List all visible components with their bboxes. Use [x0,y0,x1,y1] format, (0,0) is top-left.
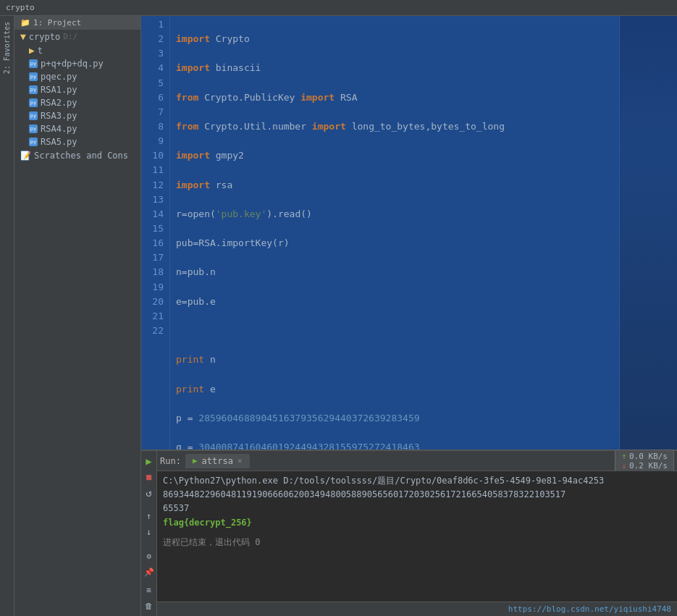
run-output-exp: 65537 [163,502,671,515]
code-line-1: import Crypto [176,32,613,46]
code-line-5: import gmpy2 [176,148,613,163]
top-bar: crypto [0,0,677,16]
speed-up-value: 0.0 KB/s [629,452,668,461]
run-format-button[interactable]: ≡ [142,583,156,597]
sub-folder-name: t [38,46,43,56]
filename: RSA2.py [41,98,77,108]
py-icon: py [29,85,38,94]
code-line-6: import rsa [176,178,613,193]
arrow-up-icon: ↑ [621,452,626,461]
filename: RSA5.py [41,137,77,147]
favorites-label[interactable]: 2: Favorites [1,16,12,80]
speed-up-row: ↑ 0.0 KB/s [621,452,668,461]
run-stop-button[interactable]: ■ [142,470,156,484]
project-icon: 📁 [20,18,30,28]
run-play-button[interactable]: ▶ [142,454,156,468]
py-icon: py [29,111,38,120]
run-output-cmd: C:\Python27\python.exe D:/tools/toolssss… [163,474,671,488]
file-item-rsa5[interactable]: py RSA5.py [14,135,140,148]
run-side-toolbar: ▶ ■ ↺ ↑ ↓ ⚙ 📌 ≡ 🗑 [141,451,157,616]
run-tab-close[interactable]: × [237,456,243,465]
subfolder-icon: ▶ [29,45,35,56]
file-item-rsa3[interactable]: py RSA3.py [14,109,140,122]
code-line-4: from Crypto.Util.number import long_to_b… [176,119,613,134]
code-line-14: p = 285960468890451637935629440372639283… [176,411,613,426]
run-tab-icon: ▶ [193,456,198,465]
favorites-panel: 2: Favorites [0,16,14,616]
code-line-3: from Crypto.PublicKey import RSA [176,90,613,105]
run-main: Run: ▶ attrsa × ↑ 0.0 KB/s [157,451,677,616]
root-folder-name: crypto [29,32,60,42]
run-output-flag: flag{decrypt_256} [163,516,671,530]
code-editor[interactable]: 1 2 3 4 5 6 7 8 9 10 11 12 13 14 15 16 1 [141,16,677,450]
code-line-11 [176,324,613,338]
scratches-label: Scratches and Cons [34,151,128,161]
code-line-12: print n [176,353,613,367]
run-tab-attrsa[interactable]: ▶ attrsa × [185,454,250,468]
speed-down-value: 0.2 KB/s [629,461,668,471]
run-pin-button[interactable]: 📌 [142,565,156,579]
filename: p+q+dp+dq.py [41,59,104,69]
file-item-rsa1[interactable]: py RSA1.py [14,83,140,96]
run-scroll-down-button[interactable]: ↓ [142,526,156,539]
speed-indicator: ↑ 0.0 KB/s ↓ 0.2 KB/s [615,450,674,473]
py-icon: py [29,138,38,146]
filename: RSA3.py [41,111,77,121]
root-folder[interactable]: ▼ crypto D:/ [14,30,140,43]
code-line-2: import binascii [176,61,613,75]
code-line-13: print e [176,382,613,397]
arrow-down-icon: ↓ [621,461,626,471]
code-line-10: e=pub.e [176,295,613,309]
status-bar: https://blog.csdn.net/yiqiushi4748 [157,602,677,616]
run-output-exit: 进程已结束，退出代码 0 [163,536,671,549]
py-icon: py [29,72,38,81]
line-numbers: 1 2 3 4 5 6 7 8 9 10 11 12 13 14 15 16 1 [141,16,170,450]
run-tab-label: attrsa [202,456,233,466]
project-title: 1: Project [33,18,81,28]
sidebar-header: 📁 1: Project [14,16,140,30]
folder-icon: ▼ [20,31,26,42]
scratches-icon: 📝 [20,151,31,161]
scratches-item[interactable]: 📝 Scratches and Cons [14,148,140,163]
filename: RSA1.py [41,85,77,95]
run-panel: ▶ ■ ↺ ↑ ↓ ⚙ 📌 ≡ 🗑 Run: [141,450,677,616]
run-rerun-button[interactable]: ↺ [142,486,156,499]
py-icon: py [29,98,38,107]
sub-folder[interactable]: ▶ t [14,43,140,57]
file-item-rsa2[interactable]: py RSA2.py [14,96,140,109]
status-url: https://blog.csdn.net/yiqiushi4748 [508,604,671,614]
root-folder-path: D:/ [63,32,77,41]
filename: RSA4.py [41,124,77,134]
file-item-pqdp[interactable]: py p+q+dp+dq.py [14,57,140,70]
file-tree: 📁 1: Project ▼ crypto D:/ ▶ t py p+q+dp+… [14,16,141,616]
code-line-15: q = 304008741604601924494328155975272418… [176,440,613,450]
run-output: C:\Python27\python.exe D:/tools/toolssss… [157,471,677,602]
run-tab-bar: Run: ▶ attrsa × ↑ 0.0 KB/s [157,451,677,471]
run-clear-button[interactable]: 🗑 [142,599,156,613]
minimap-content [620,16,677,450]
filename: pqec.py [41,72,77,82]
run-output-num: 8693448229604811919066606200349480058890… [163,488,671,502]
py-icon: py [29,59,38,68]
run-label: Run: [160,456,181,466]
code-line-9: n=pub.n [176,265,613,279]
minimap [619,16,677,450]
run-settings-button[interactable]: ⚙ [142,549,156,563]
speed-down-row: ↓ 0.2 KB/s [621,461,668,471]
file-item-rsa4[interactable]: py RSA4.py [14,122,140,135]
code-content[interactable]: import Crypto import binascii from Crypt… [170,16,619,450]
file-item-pqec[interactable]: py pqec.py [14,70,140,83]
run-scroll-up-button[interactable]: ↑ [142,510,156,523]
py-icon: py [29,125,38,133]
project-path: crypto [6,3,35,12]
code-line-7: r=open('pub.key').read() [176,207,613,221]
code-line-8: pub=RSA.importKey(r) [176,236,613,250]
